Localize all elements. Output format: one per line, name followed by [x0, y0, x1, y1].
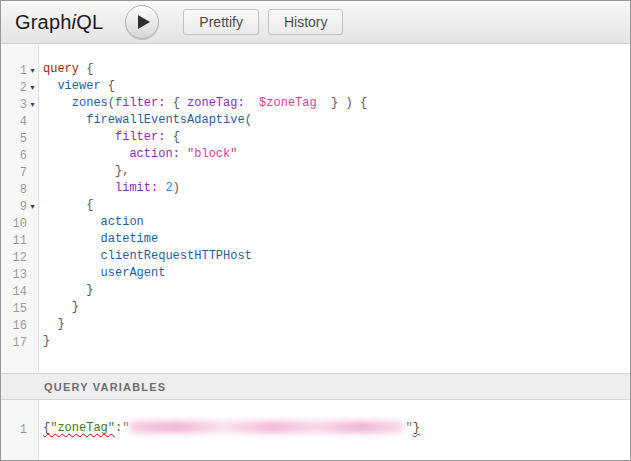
play-icon: [138, 15, 150, 29]
line-number: 7: [1, 166, 27, 180]
line-number: 15: [1, 302, 27, 316]
query-editor-code[interactable]: query { viewer { zones(filter: { zoneTag…: [39, 44, 630, 373]
code-token: [43, 317, 57, 331]
gutter-line: 9▾: [1, 198, 38, 215]
gutter-line: 17: [1, 334, 38, 351]
code-token: $zoneTag: [259, 96, 317, 110]
line-number: 17: [1, 336, 27, 350]
variables-title-bar[interactable]: QUERY VARIABLES: [1, 373, 630, 400]
code-token: ): [173, 181, 180, 195]
code-line: query {: [39, 62, 630, 79]
code-token: }: [57, 317, 64, 331]
gutter-line: 1: [1, 421, 38, 438]
code-line: limit: 2): [39, 181, 630, 198]
fold-arrow-icon[interactable]: ▾: [27, 79, 38, 96]
code-token: {: [165, 96, 187, 110]
gutter-line: 15: [1, 300, 38, 317]
code-line: }: [39, 300, 630, 317]
gutter-line: 3▾: [1, 96, 38, 113]
code-token: action:: [129, 147, 179, 161]
code-token: ": [122, 421, 129, 435]
line-number: 1: [1, 64, 27, 78]
code-line: viewer {: [39, 79, 630, 96]
code-line: action: [39, 215, 630, 232]
code-token: clientRequestHTTPHost: [101, 249, 252, 263]
gutter-line: 14: [1, 283, 38, 300]
gutter-line: 12: [1, 249, 38, 266]
code-token: } ) {: [331, 96, 367, 110]
line-number: 3: [1, 98, 27, 112]
code-token: zoneTag:: [187, 96, 245, 110]
code-token: limit:: [115, 181, 158, 195]
code-token: }: [43, 334, 50, 348]
execute-query-button[interactable]: [125, 5, 159, 39]
code-token: [43, 266, 101, 280]
code-token: [43, 130, 115, 144]
line-number: 6: [1, 149, 27, 163]
logo-text-ql: QL: [76, 11, 103, 33]
code-token: filter:: [115, 96, 165, 110]
query-editor-gutter: 1▾2▾3▾456789▾1011121314151617: [1, 44, 39, 373]
variables-editor-gutter: 1: [1, 400, 39, 460]
code-token: [43, 215, 101, 229]
code-token: firewallEventsAdaptive: [86, 113, 244, 127]
gutter-line: 7: [1, 164, 38, 181]
query-editor[interactable]: 1▾2▾3▾456789▾1011121314151617 query { vi…: [1, 44, 630, 373]
code-line: firewallEventsAdaptive(: [39, 113, 630, 130]
line-number: 2: [1, 81, 27, 95]
gutter-line: 10: [1, 215, 38, 232]
history-button[interactable]: History: [268, 9, 344, 35]
prettify-button[interactable]: Prettify: [183, 9, 259, 35]
code-token: [43, 96, 72, 110]
line-number: 11: [1, 234, 27, 248]
code-token: [317, 96, 331, 110]
code-token: }: [413, 421, 420, 435]
fold-arrow-icon[interactable]: ▾: [27, 96, 38, 113]
code-token: "block": [187, 147, 237, 161]
code-token: [43, 249, 101, 263]
code-token: [43, 300, 72, 314]
code-token: {: [79, 62, 93, 76]
fold-arrow-icon[interactable]: ▾: [27, 62, 38, 79]
code-token: [180, 147, 187, 161]
line-number: 9: [1, 200, 27, 214]
code-token: query: [43, 62, 79, 76]
code-line: }: [39, 283, 630, 300]
code-token: filter:: [115, 130, 165, 144]
line-number: 14: [1, 285, 27, 299]
line-number: 8: [1, 183, 27, 197]
code-token: },: [115, 164, 129, 178]
code-token: (: [108, 96, 115, 110]
code-line: {"zoneTag":""}: [39, 421, 630, 438]
variables-editor-code[interactable]: {"zoneTag":""}: [39, 400, 630, 460]
redacted-value: [129, 421, 405, 433]
variables-editor[interactable]: 1 {"zoneTag":""}: [1, 400, 630, 460]
code-line: {: [39, 198, 630, 215]
code-token: "zoneTag": [50, 421, 115, 435]
line-number: 4: [1, 115, 27, 129]
line-number: 1: [1, 423, 27, 437]
code-token: [43, 79, 57, 93]
code-line: zones(filter: { zoneTag: $zoneTag } ) {: [39, 96, 630, 113]
code-token: }: [86, 283, 93, 297]
code-token: (: [245, 113, 252, 127]
code-token: [43, 164, 115, 178]
variables-title: QUERY VARIABLES: [44, 381, 166, 393]
line-number: 16: [1, 319, 27, 333]
code-token: [43, 198, 86, 212]
gutter-line: 2▾: [1, 79, 38, 96]
code-line: action: "block": [39, 147, 630, 164]
code-line: userAgent: [39, 266, 630, 283]
code-line: clientRequestHTTPHost: [39, 249, 630, 266]
gutter-line: 6: [1, 147, 38, 164]
code-token: viewer: [57, 79, 100, 93]
code-token: [43, 113, 86, 127]
code-line: }: [39, 334, 630, 351]
graphiql-logo: GraphiQL: [15, 11, 103, 34]
code-token: {: [101, 79, 115, 93]
code-line: datetime: [39, 232, 630, 249]
code-token: [245, 96, 259, 110]
code-token: {: [165, 130, 179, 144]
fold-arrow-icon[interactable]: ▾: [27, 198, 38, 215]
code-token: zones: [72, 96, 108, 110]
